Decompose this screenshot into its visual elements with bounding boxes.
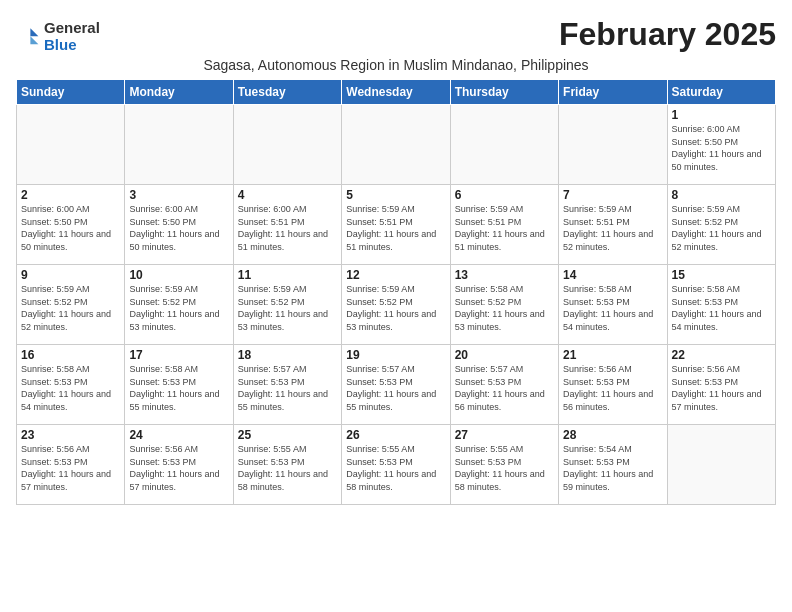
header-monday: Monday [125,80,233,105]
table-row: 21Sunrise: 5:56 AM Sunset: 5:53 PM Dayli… [559,345,667,425]
day-info: Sunrise: 6:00 AM Sunset: 5:51 PM Dayligh… [238,203,337,253]
day-number: 19 [346,348,445,362]
location-title: Sagasa, Autonomous Region in Muslim Mind… [16,57,776,73]
day-number: 4 [238,188,337,202]
day-number: 10 [129,268,228,282]
header-thursday: Thursday [450,80,558,105]
day-number: 6 [455,188,554,202]
header-tuesday: Tuesday [233,80,341,105]
table-row: 20Sunrise: 5:57 AM Sunset: 5:53 PM Dayli… [450,345,558,425]
day-number: 24 [129,428,228,442]
day-info: Sunrise: 5:55 AM Sunset: 5:53 PM Dayligh… [346,443,445,493]
day-info: Sunrise: 5:59 AM Sunset: 5:51 PM Dayligh… [563,203,662,253]
table-row: 17Sunrise: 5:58 AM Sunset: 5:53 PM Dayli… [125,345,233,425]
table-row: 28Sunrise: 5:54 AM Sunset: 5:53 PM Dayli… [559,425,667,505]
table-row: 27Sunrise: 5:55 AM Sunset: 5:53 PM Dayli… [450,425,558,505]
day-number: 15 [672,268,771,282]
calendar-week-row: 9Sunrise: 5:59 AM Sunset: 5:52 PM Daylig… [17,265,776,345]
day-info: Sunrise: 5:59 AM Sunset: 5:52 PM Dayligh… [672,203,771,253]
day-info: Sunrise: 6:00 AM Sunset: 5:50 PM Dayligh… [672,123,771,173]
day-info: Sunrise: 5:55 AM Sunset: 5:53 PM Dayligh… [238,443,337,493]
day-info: Sunrise: 5:59 AM Sunset: 5:52 PM Dayligh… [238,283,337,333]
table-row: 18Sunrise: 5:57 AM Sunset: 5:53 PM Dayli… [233,345,341,425]
table-row: 9Sunrise: 5:59 AM Sunset: 5:52 PM Daylig… [17,265,125,345]
day-info: Sunrise: 5:59 AM Sunset: 5:52 PM Dayligh… [346,283,445,333]
table-row [233,105,341,185]
calendar-week-row: 16Sunrise: 5:58 AM Sunset: 5:53 PM Dayli… [17,345,776,425]
day-number: 23 [21,428,120,442]
table-row: 11Sunrise: 5:59 AM Sunset: 5:52 PM Dayli… [233,265,341,345]
day-info: Sunrise: 5:56 AM Sunset: 5:53 PM Dayligh… [21,443,120,493]
header-sunday: Sunday [17,80,125,105]
table-row: 15Sunrise: 5:58 AM Sunset: 5:53 PM Dayli… [667,265,775,345]
table-row: 23Sunrise: 5:56 AM Sunset: 5:53 PM Dayli… [17,425,125,505]
day-number: 28 [563,428,662,442]
table-row [667,425,775,505]
header-friday: Friday [559,80,667,105]
day-info: Sunrise: 5:56 AM Sunset: 5:53 PM Dayligh… [563,363,662,413]
day-info: Sunrise: 5:59 AM Sunset: 5:51 PM Dayligh… [346,203,445,253]
table-row: 6Sunrise: 5:59 AM Sunset: 5:51 PM Daylig… [450,185,558,265]
calendar-week-row: 2Sunrise: 6:00 AM Sunset: 5:50 PM Daylig… [17,185,776,265]
table-row: 25Sunrise: 5:55 AM Sunset: 5:53 PM Dayli… [233,425,341,505]
day-info: Sunrise: 5:59 AM Sunset: 5:52 PM Dayligh… [129,283,228,333]
table-row: 26Sunrise: 5:55 AM Sunset: 5:53 PM Dayli… [342,425,450,505]
day-info: Sunrise: 5:57 AM Sunset: 5:53 PM Dayligh… [455,363,554,413]
day-number: 5 [346,188,445,202]
page: General Blue February 2025 Sagasa, Auton… [0,0,792,612]
calendar-week-row: 23Sunrise: 5:56 AM Sunset: 5:53 PM Dayli… [17,425,776,505]
day-number: 21 [563,348,662,362]
calendar-header-row: Sunday Monday Tuesday Wednesday Thursday… [17,80,776,105]
day-info: Sunrise: 6:00 AM Sunset: 5:50 PM Dayligh… [21,203,120,253]
day-info: Sunrise: 5:57 AM Sunset: 5:53 PM Dayligh… [346,363,445,413]
header-wednesday: Wednesday [342,80,450,105]
day-info: Sunrise: 6:00 AM Sunset: 5:50 PM Dayligh… [129,203,228,253]
day-number: 26 [346,428,445,442]
day-info: Sunrise: 5:58 AM Sunset: 5:53 PM Dayligh… [21,363,120,413]
table-row [450,105,558,185]
day-number: 2 [21,188,120,202]
day-number: 9 [21,268,120,282]
day-number: 18 [238,348,337,362]
day-number: 11 [238,268,337,282]
day-info: Sunrise: 5:58 AM Sunset: 5:53 PM Dayligh… [129,363,228,413]
table-row: 19Sunrise: 5:57 AM Sunset: 5:53 PM Dayli… [342,345,450,425]
day-number: 12 [346,268,445,282]
calendar-week-row: 1Sunrise: 6:00 AM Sunset: 5:50 PM Daylig… [17,105,776,185]
table-row: 14Sunrise: 5:58 AM Sunset: 5:53 PM Dayli… [559,265,667,345]
table-row [342,105,450,185]
table-row [125,105,233,185]
day-number: 25 [238,428,337,442]
day-info: Sunrise: 5:59 AM Sunset: 5:52 PM Dayligh… [21,283,120,333]
day-number: 8 [672,188,771,202]
header-saturday: Saturday [667,80,775,105]
day-number: 16 [21,348,120,362]
table-row: 13Sunrise: 5:58 AM Sunset: 5:52 PM Dayli… [450,265,558,345]
logo-icon [16,25,40,49]
day-info: Sunrise: 5:58 AM Sunset: 5:53 PM Dayligh… [563,283,662,333]
day-number: 17 [129,348,228,362]
logo-text: General Blue [44,20,100,53]
day-number: 13 [455,268,554,282]
day-number: 20 [455,348,554,362]
day-number: 3 [129,188,228,202]
table-row: 24Sunrise: 5:56 AM Sunset: 5:53 PM Dayli… [125,425,233,505]
logo-line2: Blue [44,37,100,54]
day-number: 7 [563,188,662,202]
day-info: Sunrise: 5:55 AM Sunset: 5:53 PM Dayligh… [455,443,554,493]
day-info: Sunrise: 5:58 AM Sunset: 5:53 PM Dayligh… [672,283,771,333]
day-number: 27 [455,428,554,442]
table-row: 8Sunrise: 5:59 AM Sunset: 5:52 PM Daylig… [667,185,775,265]
day-info: Sunrise: 5:54 AM Sunset: 5:53 PM Dayligh… [563,443,662,493]
day-info: Sunrise: 5:58 AM Sunset: 5:52 PM Dayligh… [455,283,554,333]
table-row: 3Sunrise: 6:00 AM Sunset: 5:50 PM Daylig… [125,185,233,265]
logo-line1: General [44,20,100,37]
table-row [17,105,125,185]
table-row: 16Sunrise: 5:58 AM Sunset: 5:53 PM Dayli… [17,345,125,425]
day-info: Sunrise: 5:57 AM Sunset: 5:53 PM Dayligh… [238,363,337,413]
table-row: 10Sunrise: 5:59 AM Sunset: 5:52 PM Dayli… [125,265,233,345]
day-info: Sunrise: 5:59 AM Sunset: 5:51 PM Dayligh… [455,203,554,253]
day-info: Sunrise: 5:56 AM Sunset: 5:53 PM Dayligh… [672,363,771,413]
month-title: February 2025 [559,16,776,53]
day-number: 1 [672,108,771,122]
